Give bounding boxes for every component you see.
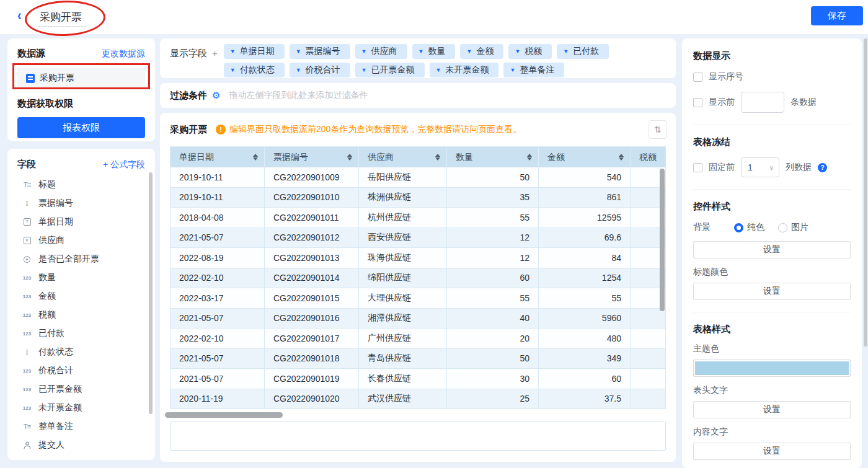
freeze-columns-select[interactable]: 1 ∨	[741, 157, 779, 177]
chevron-down-icon[interactable]: ▼	[296, 67, 301, 73]
chevron-down-icon[interactable]: ▼	[361, 67, 367, 73]
table-row[interactable]: 2022-03-17CG20220901015大理供应链5555	[170, 288, 665, 309]
display-field-chip[interactable]: ▼数量	[412, 44, 456, 59]
table-row[interactable]: 2021-05-07CG20220901018青岛供应链50349	[170, 349, 665, 369]
theme-color-swatch[interactable]	[693, 360, 851, 377]
field-item-label: 整单备注	[38, 421, 73, 432]
column-header[interactable]: 数量	[447, 147, 539, 167]
field-item[interactable]: 123金额	[17, 287, 145, 306]
field-item-label: 已付款	[38, 328, 64, 339]
field-item[interactable]: 123已付款	[17, 324, 145, 343]
cols-suffix-label: 列数据	[786, 162, 812, 173]
show-index-checkbox[interactable]	[693, 73, 702, 82]
display-field-chip[interactable]: ▼价税合计	[290, 63, 350, 77]
field-item[interactable]: T≡标题	[17, 175, 145, 194]
table-row[interactable]: 2019-10-11CG20220901010株洲供应链35861	[170, 188, 665, 208]
chevron-down-icon[interactable]: ▼	[563, 48, 569, 55]
display-field-chip[interactable]: ▼已开票金额	[355, 63, 425, 77]
field-item[interactable]: 提交人	[17, 436, 145, 454]
field-item[interactable]: ∨供应商	[17, 231, 145, 250]
datasource-item[interactable]: 采购开票	[17, 68, 145, 89]
table-row[interactable]: 2022-02-10CG20220901017广州供应链20480	[170, 329, 665, 349]
page-scrollbar[interactable]	[864, 38, 867, 347]
table-row[interactable]: 2021-05-07CG20220901019长春供应链3060	[170, 369, 665, 389]
content-text-set-button[interactable]: 设置	[693, 443, 851, 460]
change-datasource-link[interactable]: 更改数据源	[102, 48, 145, 60]
table-cell: 12595	[539, 208, 631, 227]
sort-icon[interactable]	[527, 154, 532, 161]
table-row[interactable]: 2022-08-19CG20220901013珠海供应链1284	[170, 248, 665, 268]
report-permission-button[interactable]: 报表权限	[17, 117, 145, 138]
filter-panel[interactable]: 过滤条件 ⚙ 拖动左侧字段到此处来添加过滤条件	[160, 83, 676, 108]
table-row[interactable]: 2018-04-08CG20220901011杭州供应链5512595	[170, 208, 665, 228]
show-first-checkbox[interactable]	[693, 98, 702, 107]
header-text-set-button[interactable]: 设置	[693, 401, 851, 418]
field-item[interactable]: 123已开票金额	[17, 380, 145, 399]
display-field-chip[interactable]: ▼金额	[460, 44, 503, 59]
display-field-chip[interactable]: ▼单据日期	[224, 44, 285, 59]
sort-icon[interactable]	[253, 154, 258, 161]
field-item[interactable]: 123价税合计	[17, 361, 145, 380]
table-row[interactable]: 2019-10-11CG20220901009岳阳供应链50540	[170, 167, 665, 188]
table-cell: 12	[447, 228, 539, 248]
table-cell: 55	[447, 208, 539, 227]
field-item[interactable]: I票据编号	[17, 194, 145, 213]
chevron-down-icon[interactable]: ▼	[296, 48, 301, 55]
chevron-down-icon[interactable]: ▼	[418, 48, 424, 55]
sort-icon[interactable]	[435, 154, 440, 161]
sort-order-button[interactable]: ⇅	[649, 120, 667, 139]
display-field-chip[interactable]: ▼未开票金额	[430, 63, 499, 77]
field-item[interactable]: 7单据日期	[17, 213, 145, 231]
fix-first-checkbox[interactable]	[693, 163, 702, 172]
field-item[interactable]: T≡整单备注	[17, 417, 145, 436]
field-item[interactable]: I付款状态	[17, 343, 145, 361]
field-item[interactable]: 123数量	[17, 268, 145, 287]
chevron-down-icon[interactable]: ▼	[515, 48, 520, 55]
table-cell	[631, 329, 666, 348]
rows-suffix-label: 条数据	[790, 97, 817, 108]
table-cell: 西安供应链	[359, 228, 447, 248]
background-set-button[interactable]: 设置	[693, 241, 851, 258]
table-row[interactable]: 2022-02-10CG20220901014绵阳供应链601254	[170, 268, 665, 289]
chevron-down-icon[interactable]: ▼	[466, 48, 472, 55]
column-header[interactable]: 金额	[539, 147, 631, 167]
display-field-chip[interactable]: ▼已付款	[557, 44, 609, 59]
add-display-field-button[interactable]: +	[212, 48, 218, 58]
display-field-chip[interactable]: ▼付款状态	[224, 63, 285, 77]
chevron-down-icon[interactable]: ▼	[230, 48, 236, 55]
sort-icon[interactable]	[619, 154, 624, 161]
display-field-chip[interactable]: ▼税额	[508, 44, 552, 59]
field-item[interactable]: 123未开票金额	[17, 399, 145, 417]
solid-color-radio[interactable]	[734, 223, 743, 232]
table-row[interactable]: 2020-11-19CG20220901020武汉供应链2537.5	[170, 389, 665, 410]
page-title[interactable]: 采购开票	[38, 10, 86, 27]
title-color-set-button[interactable]: 设置	[693, 283, 851, 300]
save-button[interactable]: 保存	[811, 6, 863, 25]
gear-icon[interactable]: ⚙	[212, 90, 220, 101]
chevron-down-icon[interactable]: ▼	[510, 67, 515, 73]
field-item[interactable]: 123税额	[17, 306, 145, 324]
help-icon[interactable]: ?	[818, 163, 827, 172]
sort-icon[interactable]	[347, 154, 352, 161]
chevron-down-icon[interactable]: ▼	[361, 48, 367, 55]
rows-count-input[interactable]	[741, 92, 784, 113]
column-header[interactable]: 单据日期	[170, 147, 265, 167]
table-horizontal-scrollbar[interactable]	[165, 412, 283, 418]
column-header-label: 供应商	[368, 152, 394, 163]
table-vertical-scrollbar[interactable]	[660, 169, 665, 311]
display-field-chip[interactable]: ▼供应商	[355, 44, 407, 59]
add-formula-field-link[interactable]: + 公式字段	[103, 159, 145, 170]
table-row[interactable]: 2021-05-07CG20220901016湘潭供应链405960	[170, 309, 665, 329]
column-header[interactable]: 税额	[631, 147, 666, 167]
table-row[interactable]: 2021-05-07CG20220901012西安供应链1269.6	[170, 228, 665, 249]
field-item[interactable]: 是否已全部开票	[17, 250, 145, 268]
display-field-chip[interactable]: ▼整单备注	[503, 63, 564, 77]
chevron-down-icon[interactable]: ▼	[230, 67, 236, 73]
column-header[interactable]: 票据编号	[265, 147, 359, 167]
image-radio[interactable]	[778, 223, 787, 232]
display-field-chip[interactable]: ▼票据编号	[290, 44, 350, 59]
back-icon[interactable]: ‹	[17, 7, 22, 25]
fields-scrollbar[interactable]	[149, 172, 153, 414]
column-header[interactable]: 供应商	[359, 147, 447, 167]
chevron-down-icon[interactable]: ▼	[436, 67, 441, 73]
